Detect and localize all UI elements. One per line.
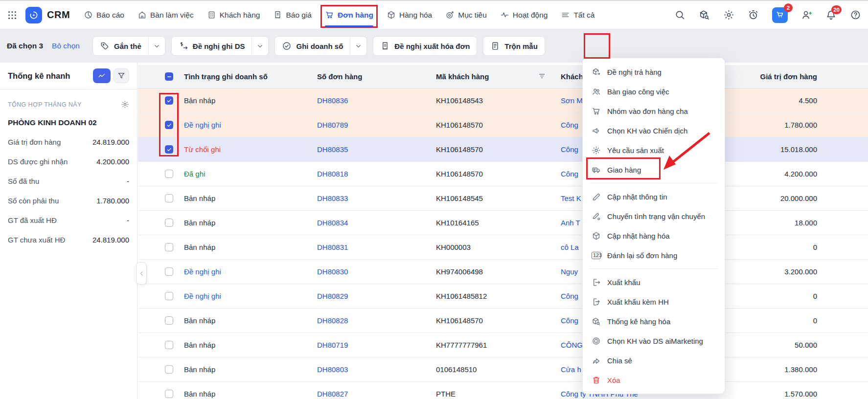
menu-item-13[interactable]: Thống kê hàng hóa [583, 311, 725, 331]
menu-item-2[interactable]: Bàn giao công việc [583, 82, 725, 101]
table-row[interactable]: Đã ghiDH80818KH106148570Công4.200.000 [138, 162, 868, 186]
order-number-link[interactable]: DH80836 [317, 96, 348, 105]
order-number-link[interactable]: DH80831 [317, 243, 348, 251]
table-row[interactable]: Bản nhápDH80831KH000003cô La0 [138, 235, 868, 260]
customer-name-link[interactable]: Anh T [561, 219, 580, 227]
column-filter-icon[interactable] [538, 72, 546, 82]
menu-item-4[interactable]: Chọn KH vào Chiến dịch [583, 121, 725, 140]
customer-name-link[interactable]: Cửa h [561, 365, 581, 374]
nav-item-7[interactable]: Mục tiêu [445, 10, 487, 20]
filter-view-toggle[interactable] [114, 68, 129, 83]
toolbar-button-chevron[interactable] [251, 37, 268, 55]
add-user-button[interactable] [801, 9, 812, 21]
reminder-button[interactable] [748, 9, 759, 21]
row-checkbox[interactable] [165, 267, 173, 276]
stats-settings-icon[interactable] [121, 100, 129, 109]
product-lookup-button[interactable] [699, 9, 710, 21]
nav-item-4[interactable]: Báo giá [273, 10, 312, 20]
toolbar-button-5[interactable]: Trộn mẫu [483, 36, 545, 56]
menu-item-5[interactable]: Yêu cầu sản xuất [583, 140, 725, 160]
help-button[interactable] [850, 9, 861, 21]
customer-name-link[interactable]: Công [561, 145, 578, 154]
order-number-link[interactable]: DH80827 [317, 390, 348, 398]
order-number-link[interactable]: DH80829 [317, 292, 348, 300]
menu-item-14[interactable]: Chọn KH vào DS aiMarketing [583, 331, 725, 351]
notifications-button[interactable]: 20 [825, 9, 837, 21]
toolbar-button-chevron[interactable] [148, 37, 165, 55]
app-launcher-icon[interactable] [7, 10, 18, 21]
customer-name-link[interactable]: cô La [561, 243, 579, 251]
order-number-link[interactable]: DH80818 [317, 170, 348, 178]
order-number-link[interactable]: DH80719 [317, 341, 348, 349]
customer-name-link[interactable]: Công [561, 121, 578, 129]
customer-name-link[interactable]: Công [561, 316, 578, 325]
toolbar-button-4[interactable]: Đề nghị xuất hóa đơn [373, 36, 477, 56]
menu-item-10[interactable]: 123Đánh lại số đơn hàng [583, 245, 725, 265]
row-checkbox[interactable] [165, 292, 173, 300]
order-number-link[interactable]: DH80833 [317, 194, 348, 202]
column-header-value[interactable]: Giá trị đơn hàng [716, 72, 868, 81]
table-row[interactable]: Đề nghị ghiDH80789KH106148570Công1.780.0… [138, 113, 868, 137]
customer-name-link[interactable]: Nguy [561, 267, 578, 276]
nav-item-1[interactable]: Báo cáo [84, 10, 124, 20]
table-row[interactable]: Bản nhápDH80828KH106148570Công0 [138, 309, 868, 333]
toolbar-button-1[interactable]: Gắn thẻ [92, 36, 165, 56]
menu-item-7[interactable]: Cập nhật thông tin [583, 187, 725, 206]
nav-item-8[interactable]: Hoạt động [500, 10, 548, 20]
chart-view-toggle[interactable] [93, 68, 111, 83]
row-checkbox[interactable] [165, 219, 173, 227]
order-number-link[interactable]: DH80830 [317, 267, 348, 276]
row-checkbox[interactable] [165, 341, 173, 349]
row-checkbox[interactable] [165, 316, 173, 325]
nav-item-2[interactable]: Bàn làm việc [137, 10, 194, 20]
row-checkbox[interactable] [165, 365, 173, 374]
order-number-link[interactable]: DH80803 [317, 365, 348, 374]
customer-name-link[interactable]: Công [561, 170, 578, 178]
toolbar-button-2[interactable]: Đề nghị ghi DS [171, 36, 269, 56]
menu-item-1[interactable]: Đề nghị trả hàng [583, 62, 725, 82]
column-header-status[interactable]: Tình trạng ghi doanh số [184, 72, 317, 81]
crm-logo[interactable] [25, 7, 42, 23]
order-number-link[interactable]: DH80789 [317, 121, 348, 129]
order-number-link[interactable]: DH80835 [317, 145, 348, 154]
customer-name-link[interactable]: CÔNG [561, 341, 583, 349]
menu-item-6-giao-hang[interactable]: Giao hàng [583, 160, 725, 179]
column-header-customer-code[interactable]: Mã khách hàng [436, 72, 561, 82]
customer-name-link[interactable]: Công [561, 292, 578, 300]
nav-item-5[interactable]: Đơn hàng [325, 10, 373, 20]
table-row[interactable]: Bản nhápDH80719KH7777777961CÔNG50.000 [138, 333, 868, 357]
order-number-link[interactable]: DH80834 [317, 219, 348, 227]
nav-item-9[interactable]: Tất cả [561, 10, 594, 20]
menu-item-12[interactable]: Xuất khẩu kèm HH [583, 292, 725, 311]
table-row[interactable]: Từ chối ghiDH80835KH106148570Công15.018.… [138, 137, 868, 162]
settings-button[interactable] [723, 9, 734, 21]
column-header-order[interactable]: Số đơn hàng [317, 72, 436, 81]
menu-item-3[interactable]: Nhóm vào đơn hàng cha [583, 101, 725, 121]
row-checkbox[interactable] [165, 194, 173, 202]
order-number-link[interactable]: DH80828 [317, 316, 348, 325]
table-row[interactable]: Bản nhápDH80836KH106148543Sơn M4.500 [138, 89, 868, 113]
nav-item-3[interactable]: Khách hàng [207, 10, 260, 20]
table-row[interactable]: Đề nghị ghiDH80830KH974006498Nguy3.200.0… [138, 260, 868, 284]
customer-name-link[interactable]: Test K [561, 194, 581, 202]
select-all-checkbox[interactable] [165, 72, 173, 81]
table-row[interactable]: Bản nhápDH80827PTHECông ty TNHH Phú Thê1… [138, 382, 868, 399]
sidebar-collapse-handle[interactable] [136, 262, 147, 285]
menu-item-8[interactable]: Chuyển tình trạng vận chuyển [583, 206, 725, 226]
row-checkbox[interactable] [165, 243, 173, 251]
row-checkbox[interactable] [165, 145, 173, 154]
menu-item-15[interactable]: Chia sẻ [583, 351, 725, 370]
toolbar-button-chevron[interactable] [350, 37, 366, 55]
menu-item-11[interactable]: Xuất khẩu [583, 272, 725, 292]
table-row[interactable]: Đề nghị ghiDH80829KH1061485812Công0 [138, 284, 868, 309]
row-checkbox[interactable] [165, 170, 173, 178]
menu-item-9[interactable]: Cập nhật hàng hóa [583, 226, 725, 245]
clear-selection-link[interactable]: Bỏ chọn [52, 42, 80, 50]
table-row[interactable]: Bản nhápDH80833KH106148545Test K20.000.0… [138, 186, 868, 211]
customer-name-link[interactable]: Sơn M [561, 96, 583, 105]
row-checkbox[interactable] [165, 390, 173, 398]
nav-item-6[interactable]: Hàng hóa [387, 10, 432, 20]
search-button[interactable] [674, 9, 685, 21]
toolbar-button-3[interactable]: Ghi doanh số [274, 36, 367, 56]
menu-item-16[interactable]: Xóa [583, 370, 725, 390]
